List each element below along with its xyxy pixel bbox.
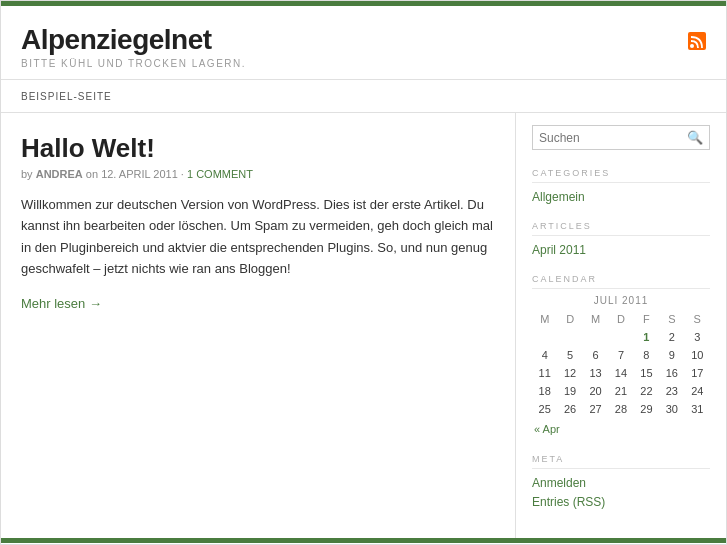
calendar-row: 1 2 3 (532, 328, 710, 346)
cal-th-d2: D (608, 310, 633, 328)
post-title: Hallo Welt! (21, 133, 495, 164)
calendar-row: 25 26 27 28 29 30 31 (532, 400, 710, 418)
list-item[interactable]: April 2011 (532, 242, 710, 258)
post-meta-separator: · (181, 168, 184, 180)
meta-section: META Anmelden Entries (RSS) (532, 454, 710, 510)
cal-th-s1: S (659, 310, 684, 328)
calendar-title: CALENDAR (532, 274, 710, 289)
meta-entries-rss-link[interactable]: Entries (RSS) (532, 495, 605, 509)
rss-icon[interactable] (688, 32, 706, 54)
post-author: ANDREA (36, 168, 83, 180)
post-date: 12. APRIL 2011 (101, 168, 178, 180)
read-more[interactable]: Mehr lesen → (21, 296, 495, 312)
cal-th-d1: D (557, 310, 582, 328)
list-item[interactable]: Allgemein (532, 189, 710, 205)
calendar-row: 4 5 6 7 8 9 10 (532, 346, 710, 364)
list-item[interactable]: Anmelden (532, 475, 710, 491)
meta-anmelden-link[interactable]: Anmelden (532, 476, 586, 490)
meta-list: Anmelden Entries (RSS) (532, 475, 710, 510)
article-april-link[interactable]: April 2011 (532, 243, 586, 257)
calendar-section: CALENDAR JULI 2011 M D M D F S S (532, 274, 710, 438)
articles-list: April 2011 (532, 242, 710, 258)
calendar-header-row: M D M D F S S (532, 310, 710, 328)
search-widget: 🔍 (532, 125, 710, 150)
post-meta: by ANDREA on 12. APRIL 2011 · 1 COMMENT (21, 168, 495, 180)
site-tagline: BITTE KÜHL UND TROCKEN LAGERN. (21, 58, 246, 69)
post-on-label: on (86, 168, 98, 180)
list-item[interactable]: Entries (RSS) (532, 494, 710, 510)
post-body: Willkommen zur deutschen Version von Wor… (21, 194, 495, 280)
cal-th-f: F (634, 310, 659, 328)
nav-beispiel[interactable]: BEISPIEL-SEITE (21, 91, 112, 102)
categories-list: Allgemein (532, 189, 710, 205)
calendar-month-year: JULI 2011 (532, 295, 710, 306)
calendar-prev-link[interactable]: « Apr (534, 423, 560, 435)
cal-th-m2: M (583, 310, 608, 328)
calendar-footer: « Apr (532, 418, 710, 438)
svg-point-1 (690, 44, 694, 48)
post-comment-count[interactable]: 1 COMMENT (187, 168, 253, 180)
cal-th-m: M (532, 310, 557, 328)
calendar-table: JULI 2011 M D M D F S S (532, 295, 710, 438)
articles-title: ARTICLES (532, 221, 710, 236)
search-input[interactable] (533, 127, 681, 149)
calendar-row: 11 12 13 14 15 16 17 (532, 364, 710, 382)
meta-title: META (532, 454, 710, 469)
post-by-label: by (21, 168, 33, 180)
calendar-row: 18 19 20 21 22 23 24 (532, 382, 710, 400)
site-title: Alpenziegelnet (21, 24, 246, 56)
categories-section: CATEGORIES Allgemein (532, 168, 710, 205)
cal-th-s2: S (685, 310, 710, 328)
articles-section: ARTICLES April 2011 (532, 221, 710, 258)
categories-title: CATEGORIES (532, 168, 710, 183)
search-button[interactable]: 🔍 (681, 126, 709, 149)
category-allgemein-link[interactable]: Allgemein (532, 190, 585, 204)
